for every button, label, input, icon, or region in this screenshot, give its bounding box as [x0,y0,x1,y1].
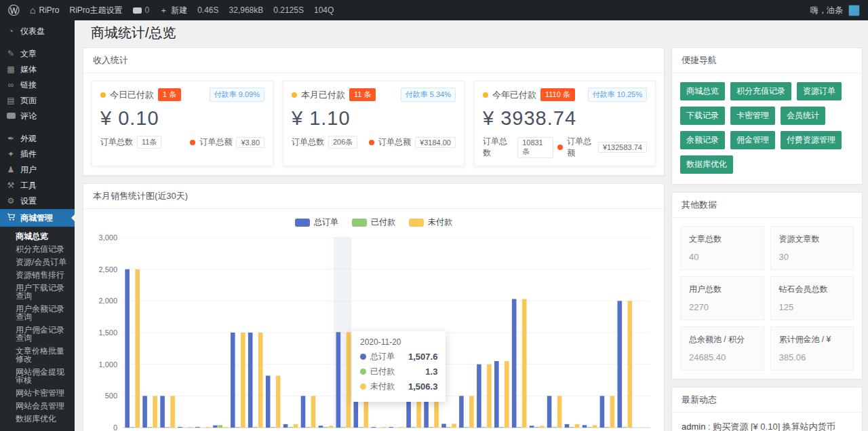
submenu-item[interactable]: 资源销售排行 [0,268,75,281]
bar-未付款-2020-11-13[interactable] [223,427,228,428]
bar-未付款-2020-11-15[interactable] [258,333,263,428]
sidebar-item-pages[interactable]: ▤页面 [0,93,75,109]
submenu-item[interactable]: 网站会员管理 [0,399,75,412]
bar-未付款-2020-11-30[interactable] [522,299,527,428]
bar-总订单-2020-11-19[interactable] [319,426,323,428]
bar-已付款-2020-11-13[interactable] [218,425,223,428]
sidebar-item-cart[interactable]: 商城管理 [0,209,75,227]
bar-已付款-2020-12-01[interactable] [534,427,539,428]
bar-总订单-2020-11-29[interactable] [494,361,499,428]
sidebar-item-settings[interactable]: ⚙设置 [0,193,75,209]
bar-总订单-2020-11-23[interactable] [389,427,393,428]
bar-未付款-2020-11-24[interactable] [416,386,421,428]
quick-nav-button[interactable]: 数据库优化 [680,155,733,174]
bar-已付款-2020-11-17[interactable] [288,427,293,428]
bar-总订单-2020-11-27[interactable] [459,396,464,428]
bar-未付款-2020-11-08[interactable] [135,269,140,428]
bar-已付款-2020-11-25[interactable] [429,427,434,428]
submenu-item[interactable]: 用户佣金记录查询 [0,323,75,344]
sidebar-item-comments[interactable]: 评论 [0,109,75,124]
bar-未付款-2020-11-23[interactable] [399,427,403,428]
bar-未付款-2020-11-20[interactable] [347,332,351,428]
sidebar-item-posts[interactable]: ✎文章 [0,46,75,62]
bar-未付款-2020-11-28[interactable] [487,364,492,428]
bar-已付款-2020-11-16[interactable] [271,427,275,428]
bar-未付款-2020-11-14[interactable] [241,333,245,428]
bar-总订单-2020-12-05[interactable] [600,396,605,428]
bar-总订单-2020-11-18[interactable] [301,396,306,428]
bar-总订单-2020-11-30[interactable] [512,299,517,428]
quick-nav-button[interactable]: 卡密管理 [730,107,775,125]
bar-未付款-2020-11-21[interactable] [364,396,369,428]
quick-nav-button[interactable]: 佣金管理 [730,131,775,149]
quick-nav-button[interactable]: 资源订单 [797,82,842,100]
bar-未付款-2020-11-29[interactable] [505,361,509,428]
bar-总订单-2020-12-03[interactable] [565,424,570,428]
sidebar-item-users[interactable]: ♟用户 [0,162,75,178]
bar-已付款-2020-11-27[interactable] [465,427,469,428]
bar-已付款-2020-12-05[interactable] [605,427,610,428]
bar-已付款-2020-11-24[interactable] [412,427,416,428]
bar-总订单-2020-11-16[interactable] [266,376,271,428]
bar-未付款-2020-12-03[interactable] [575,424,580,428]
bar-总订单-2020-11-24[interactable] [406,386,411,428]
bar-已付款-2020-12-02[interactable] [552,427,557,428]
bar-未付款-2020-11-19[interactable] [329,426,334,428]
bar-未付款-2020-11-12[interactable] [205,427,210,428]
bar-总订单-2020-12-02[interactable] [547,396,552,428]
bar-总订单-2020-12-04[interactable] [583,425,587,428]
bar-已付款-2020-12-04[interactable] [587,427,592,428]
legend-item[interactable]: 未付款 [409,217,452,228]
submenu-item[interactable]: 用户余额记录查询 [0,302,75,323]
bar-已付款-2020-11-19[interactable] [323,427,328,428]
bar-未付款-2020-11-10[interactable] [170,396,175,428]
wordpress-logo-icon[interactable]: Ⓦ [8,5,20,16]
bar-未付款-2020-11-16[interactable] [276,376,281,428]
bar-总订单-2020-11-14[interactable] [231,333,235,428]
bar-未付款-2020-11-25[interactable] [434,396,439,428]
comments-link[interactable]: 0 [133,5,150,15]
bar-未付款-2020-12-01[interactable] [540,426,545,428]
bar-未付款-2020-11-22[interactable] [382,427,387,428]
user-greeting[interactable]: 嗨，油条 [810,5,843,16]
quick-nav-button[interactable]: 下载记录 [680,107,725,125]
legend-item[interactable]: 已付款 [352,217,395,228]
bar-已付款-2020-11-08[interactable] [130,427,135,428]
bar-未付款-2020-12-06[interactable] [628,301,633,428]
bar-未付款-2020-11-09[interactable] [153,396,157,428]
bar-未付款-2020-12-02[interactable] [557,396,562,428]
bar-已付款-2020-11-30[interactable] [517,427,521,428]
bar-总订单-2020-11-11[interactable] [178,427,182,428]
submenu-item[interactable]: 用户下载记录查询 [0,281,75,302]
sidebar-item-media[interactable]: ▦媒体 [0,62,75,77]
bar-总订单-2020-11-10[interactable] [160,396,165,428]
avatar[interactable] [848,5,860,16]
bar-未付款-2020-11-18[interactable] [311,396,316,428]
bar-未付款-2020-11-27[interactable] [469,396,474,428]
bar-总订单-2020-11-08[interactable] [125,269,130,428]
theme-settings-link[interactable]: RiPro主题设置 [69,5,122,16]
bar-总订单-2020-11-13[interactable] [213,426,218,428]
bar-已付款-2020-11-14[interactable] [236,427,241,428]
quick-nav-button[interactable]: 余额记录 [680,131,725,149]
bar-总订单-2020-11-17[interactable] [283,424,288,428]
bar-已付款-2020-11-29[interactable] [500,427,505,428]
bar-未付款-2020-11-11[interactable] [188,427,193,428]
submenu-item[interactable]: 数据库优化 [0,412,75,425]
bar-总订单-2020-11-12[interactable] [195,427,200,428]
bar-总订单-2020-11-22[interactable] [372,427,376,428]
bar-总订单-2020-11-25[interactable] [424,396,429,428]
bar-已付款-2020-11-21[interactable] [359,427,363,428]
bar-已付款-2020-11-20[interactable] [341,427,346,428]
bar-总订单-2020-11-09[interactable] [142,396,147,428]
chart-area[interactable]: 05001,0001,5002,0002,5003,0002020-11-082… [83,229,664,431]
bar-总订单-2020-11-15[interactable] [248,333,253,428]
submenu-item[interactable]: 资源/会员订单 [0,255,75,268]
bar-已付款-2020-11-09[interactable] [148,427,153,428]
submenu-item[interactable]: 文章价格批量修改 [0,344,75,365]
bar-总订单-2020-11-21[interactable] [354,396,359,428]
bar-未付款-2020-11-17[interactable] [294,424,298,428]
bar-已付款-2020-11-15[interactable] [253,427,258,428]
sidebar-item-tools[interactable]: ⚒工具 [0,178,75,193]
submenu-item[interactable]: 网站佣金提现审核 [0,365,75,386]
